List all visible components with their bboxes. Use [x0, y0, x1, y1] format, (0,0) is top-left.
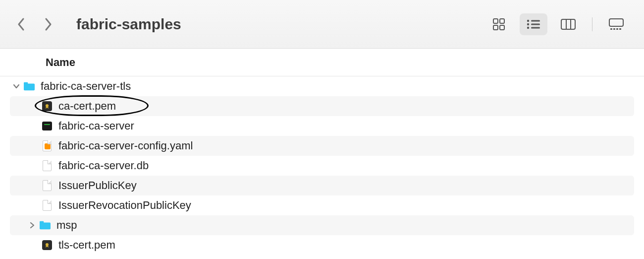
folder-name: fabric-ca-server-tls [41, 80, 131, 93]
svg-rect-7 [531, 23, 540, 25]
gallery-icon [609, 18, 624, 30]
svg-rect-10 [561, 19, 575, 29]
nav-arrows [14, 17, 55, 32]
window-title: fabric-samples [76, 16, 181, 33]
forward-button[interactable] [41, 17, 55, 32]
columns-icon [561, 19, 576, 30]
file-row[interactable]: fabric-ca-server [10, 116, 634, 136]
svg-point-6 [527, 23, 529, 25]
chevron-down-icon [13, 83, 20, 90]
document-icon [42, 200, 53, 211]
svg-rect-0 [493, 19, 498, 23]
svg-rect-13 [609, 19, 623, 26]
folder-icon [40, 220, 51, 231]
grid-icon [492, 18, 505, 31]
file-row[interactable]: IssuerRevocationPublicKey [10, 195, 634, 215]
column-name-label: Name [46, 56, 75, 69]
file-name: ca-cert.pem [58, 100, 116, 113]
file-list: fabric-ca-server-tls ca-cert.pem fabric-… [0, 76, 644, 255]
folder-row[interactable]: fabric-ca-server-tls [10, 76, 634, 96]
svg-rect-5 [531, 20, 540, 21]
view-mode-buttons [485, 13, 630, 35]
file-name: IssuerRevocationPublicKey [58, 199, 191, 212]
file-name: fabric-ca-server-config.yaml [58, 139, 193, 152]
list-view-button[interactable] [520, 13, 547, 35]
file-row[interactable]: tls-cert.pem [10, 235, 634, 255]
file-name: tls-cert.pem [58, 239, 115, 252]
svg-rect-17 [619, 28, 621, 30]
list-icon [526, 19, 541, 30]
disclosure-triangle[interactable] [28, 221, 37, 230]
gallery-view-button[interactable] [602, 13, 630, 35]
svg-rect-3 [500, 25, 504, 30]
yaml-file-icon [42, 140, 53, 151]
file-row[interactable]: IssuerPublicKey [10, 176, 634, 195]
svg-rect-16 [616, 28, 618, 30]
svg-point-8 [527, 26, 529, 28]
file-name: fabric-ca-server [58, 120, 134, 132]
column-header[interactable]: Name [0, 49, 644, 76]
svg-rect-15 [613, 28, 615, 30]
chevron-right-icon [29, 222, 36, 229]
svg-rect-2 [493, 25, 498, 30]
file-name: IssuerPublicKey [58, 179, 137, 192]
back-button[interactable] [14, 17, 29, 32]
toolbar: fabric-samples [0, 0, 644, 49]
file-row[interactable]: ca-cert.pem [10, 96, 634, 116]
folder-row[interactable]: msp [10, 215, 634, 235]
svg-rect-1 [500, 19, 504, 23]
document-icon [42, 160, 53, 171]
certificate-icon [42, 101, 53, 112]
column-view-button[interactable] [554, 13, 582, 35]
svg-rect-22 [40, 223, 51, 230]
svg-point-4 [527, 19, 529, 21]
icon-view-button[interactable] [485, 13, 513, 35]
file-name: fabric-ca-server.db [58, 159, 149, 172]
chevron-right-icon [44, 17, 53, 31]
certificate-icon [42, 240, 53, 251]
svg-rect-14 [610, 28, 612, 30]
svg-rect-19 [24, 84, 35, 91]
file-row[interactable]: fabric-ca-server-config.yaml [10, 136, 634, 156]
chevron-left-icon [17, 17, 26, 31]
disclosure-triangle[interactable] [12, 82, 21, 91]
folder-name: msp [56, 219, 77, 232]
document-icon [42, 180, 53, 191]
file-row[interactable]: fabric-ca-server.db [10, 156, 634, 176]
svg-rect-9 [531, 27, 540, 28]
executable-icon [42, 121, 53, 131]
toolbar-divider [592, 17, 592, 31]
folder-icon [24, 81, 35, 92]
